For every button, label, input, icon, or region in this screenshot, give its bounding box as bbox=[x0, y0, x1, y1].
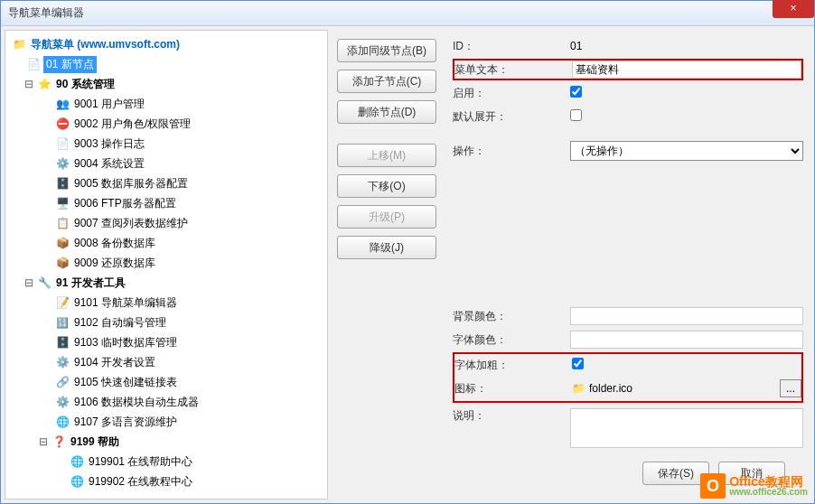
gear-icon bbox=[55, 395, 70, 409]
move-down-button[interactable]: 下移(O) bbox=[337, 174, 436, 198]
highlight-block: 字体加粗： 图标： folder.ico ... bbox=[453, 352, 803, 403]
watermark-url: www.office26.com bbox=[729, 488, 808, 497]
users-icon bbox=[55, 97, 70, 111]
collapse-icon[interactable]: ⊟ bbox=[23, 276, 34, 289]
desc-label: 说明： bbox=[453, 408, 570, 424]
tree-panel[interactable]: 导航菜单 (www.umvsoft.com) 01 新节点 ⊟ 90 系统管理 … bbox=[5, 30, 328, 499]
add-child-button[interactable]: 添加子节点(C) bbox=[337, 70, 436, 93]
tree-node-9009[interactable]: 9009 还原数据库 bbox=[9, 253, 323, 273]
database-icon bbox=[55, 176, 70, 191]
enable-label: 启用： bbox=[453, 86, 570, 101]
window-title: 导航菜单编辑器 bbox=[8, 5, 84, 21]
promote-button[interactable]: 升级(P) bbox=[337, 205, 436, 229]
tree-node-9107[interactable]: 9107 多语言资源维护 bbox=[9, 412, 323, 432]
web-icon bbox=[70, 454, 84, 469]
row-bgcolor: 背景颜色： bbox=[453, 305, 803, 327]
tree-node-90[interactable]: ⊟ 90 系统管理 bbox=[9, 74, 323, 94]
collapse-icon[interactable]: ⊟ bbox=[38, 435, 49, 448]
tree-root[interactable]: 导航菜单 (www.umvsoft.com) bbox=[9, 34, 323, 54]
tree-node-919901[interactable]: 919901 在线帮助中心 bbox=[9, 452, 323, 471]
tree-node-9101[interactable]: 9101 导航菜单编辑器 bbox=[9, 293, 323, 313]
id-label: ID： bbox=[453, 39, 570, 54]
fontcolor-input[interactable] bbox=[570, 331, 803, 349]
tree-node-9102[interactable]: 9102 自动编号管理 bbox=[9, 313, 323, 332]
close-button[interactable]: × bbox=[773, 0, 814, 18]
row-icon: 图标： folder.ico ... bbox=[454, 378, 801, 399]
folder-icon bbox=[12, 37, 26, 51]
number-icon bbox=[55, 315, 70, 330]
bgcolor-input[interactable] bbox=[570, 307, 803, 325]
help-icon bbox=[52, 434, 66, 449]
bold-checkbox[interactable] bbox=[572, 358, 584, 369]
folder-icon bbox=[572, 382, 585, 395]
link-icon bbox=[55, 375, 70, 389]
enable-checkbox[interactable] bbox=[570, 86, 582, 98]
bold-label: 字体加粗： bbox=[454, 358, 572, 373]
tree-node-01[interactable]: 01 新节点 bbox=[9, 54, 323, 74]
menu-text-input[interactable] bbox=[572, 61, 801, 79]
button-column: 添加同级节点(B) 添加子节点(C) 删除节点(D) 上移(M) 下移(O) 升… bbox=[328, 30, 445, 499]
desc-textarea[interactable] bbox=[570, 408, 803, 448]
content-area: 导航菜单 (www.umvsoft.com) 01 新节点 ⊟ 90 系统管理 … bbox=[1, 26, 814, 503]
delete-node-button[interactable]: 删除节点(D) bbox=[337, 100, 436, 124]
tree-node-9105[interactable]: 9105 快速创建链接表 bbox=[9, 372, 323, 392]
menu-text-label: 菜单文本： bbox=[454, 62, 572, 78]
row-expand: 默认展开： bbox=[453, 106, 803, 127]
tree-node-9104[interactable]: 9104 开发者设置 bbox=[9, 352, 323, 372]
file-icon bbox=[26, 57, 41, 71]
tree-node-9199[interactable]: ⊟ 9199 帮助 bbox=[9, 432, 323, 452]
tree-node-9001[interactable]: 9001 用户管理 bbox=[9, 94, 323, 114]
window-frame: 导航菜单编辑器 × 导航菜单 (www.umvsoft.com) 01 新节点 … bbox=[0, 0, 815, 504]
tool-icon bbox=[37, 275, 52, 290]
tree-node-9103[interactable]: 9103 临时数据库管理 bbox=[9, 332, 323, 352]
row-desc: 说明： bbox=[453, 408, 803, 451]
restore-icon bbox=[55, 256, 70, 270]
save-button[interactable]: 保存(S) bbox=[642, 462, 709, 485]
tree-node-9005[interactable]: 9005 数据库服务器配置 bbox=[9, 173, 323, 193]
tree-node-919902[interactable]: 919902 在线教程中心 bbox=[9, 471, 323, 491]
collapse-icon[interactable]: ⊟ bbox=[23, 78, 34, 90]
deny-icon bbox=[55, 117, 70, 131]
row-menu-text: 菜单文本： bbox=[453, 59, 803, 80]
expand-label: 默认展开： bbox=[453, 109, 570, 125]
watermark-brand: Office教程网 bbox=[729, 475, 808, 488]
bgcolor-label: 背景颜色： bbox=[453, 309, 570, 324]
table-icon bbox=[55, 216, 70, 230]
settings-icon bbox=[55, 355, 70, 369]
action-select[interactable]: （无操作） bbox=[570, 141, 803, 161]
row-action: 操作： （无操作） bbox=[453, 140, 803, 162]
tree-node-9106[interactable]: 9106 数据模块自动生成器 bbox=[9, 392, 323, 412]
server-icon bbox=[55, 196, 70, 210]
icon-label: 图标： bbox=[454, 381, 572, 397]
demote-button[interactable]: 降级(J) bbox=[337, 236, 436, 259]
web-icon bbox=[70, 474, 84, 489]
backup-icon bbox=[55, 236, 70, 250]
tree-node-9004[interactable]: 9004 系统设置 bbox=[9, 154, 323, 173]
page-icon bbox=[55, 136, 70, 151]
browse-icon-button[interactable]: ... bbox=[780, 379, 801, 397]
properties-panel: ID： 01 菜单文本： 启用： 默认展开： 操作： （无操作） bbox=[445, 30, 810, 499]
titlebar: 导航菜单编辑器 × bbox=[1, 1, 814, 26]
tree-node-91[interactable]: ⊟ 91 开发者工具 bbox=[9, 273, 323, 293]
tree-node-9007[interactable]: 9007 查阅列表数据维护 bbox=[9, 213, 323, 233]
add-sibling-button[interactable]: 添加同级节点(B) bbox=[337, 39, 436, 62]
edit-icon bbox=[55, 295, 70, 310]
row-id: ID： 01 bbox=[453, 35, 803, 57]
star-icon bbox=[37, 77, 52, 91]
row-fontcolor: 字体颜色： bbox=[453, 329, 803, 350]
move-up-button[interactable]: 上移(M) bbox=[337, 144, 436, 167]
gear-icon bbox=[55, 156, 70, 171]
action-label: 操作： bbox=[453, 144, 570, 159]
database-icon bbox=[55, 335, 70, 350]
tree-node-9003[interactable]: 9003 操作日志 bbox=[9, 134, 323, 154]
watermark: O Office教程网 www.office26.com bbox=[700, 473, 808, 499]
tree-node-9002[interactable]: 9002 用户角色/权限管理 bbox=[9, 114, 323, 134]
fontcolor-label: 字体颜色： bbox=[453, 332, 570, 348]
expand-checkbox[interactable] bbox=[570, 109, 582, 121]
logo-icon: O bbox=[700, 473, 726, 499]
id-value: 01 bbox=[570, 40, 803, 52]
tree-node-9006[interactable]: 9006 FTP服务器配置 bbox=[9, 193, 323, 213]
language-icon bbox=[55, 415, 70, 429]
tree-node-9008[interactable]: 9008 备份数据库 bbox=[9, 233, 323, 253]
icon-value: folder.ico bbox=[589, 382, 632, 395]
